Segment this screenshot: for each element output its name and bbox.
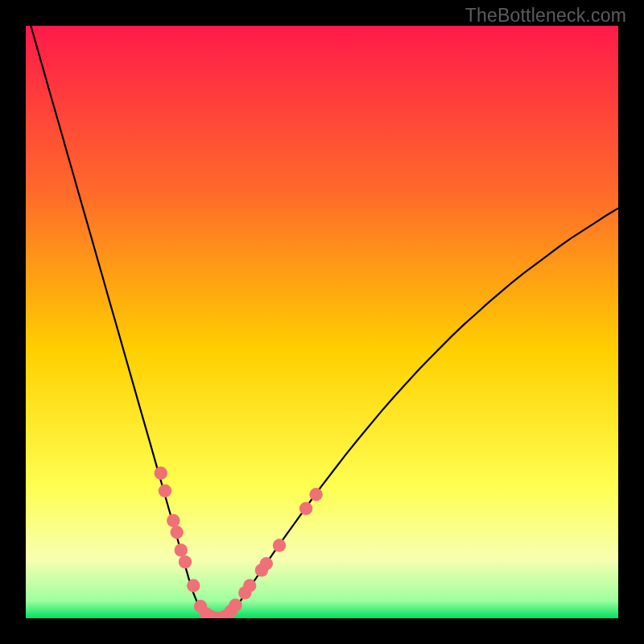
data-dot [175,543,188,556]
data-dot [171,526,184,539]
data-dot [309,488,322,501]
data-dot [187,579,200,592]
bottleneck-curve [26,26,618,618]
data-dot [155,467,167,480]
chart-frame: TheBottleneck.com [0,0,644,644]
plot-area [26,26,618,618]
data-dot [179,555,192,568]
data-dot [299,502,312,515]
data-dots [155,467,323,619]
chart-canvas [26,26,618,618]
data-dot [273,539,286,551]
data-dot [229,599,242,612]
watermark-text: TheBottleneck.com [465,5,626,27]
data-dot [243,579,256,592]
data-dot [159,485,171,497]
data-dot [167,514,180,526]
data-dot [260,557,273,570]
